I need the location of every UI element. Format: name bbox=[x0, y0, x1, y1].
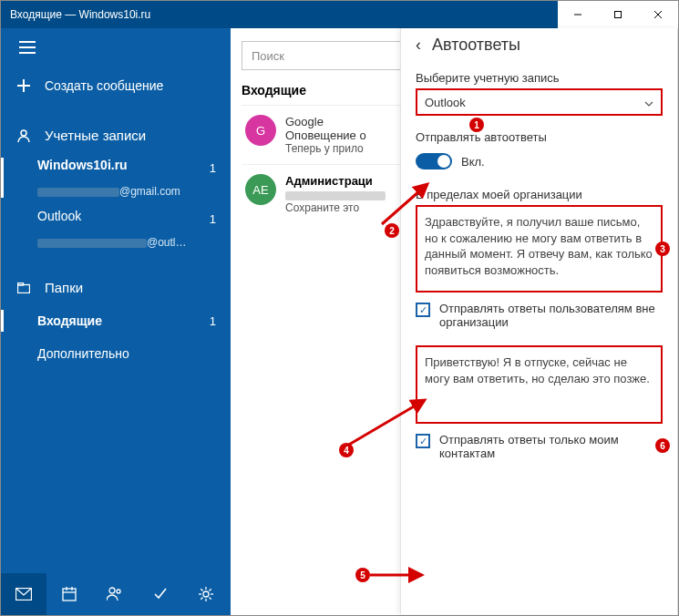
mail-icon bbox=[15, 588, 32, 601]
account-select-value: Outlook bbox=[425, 96, 466, 109]
outside-org-textarea[interactable]: Приветствую! Я в отпуске, сейчас не могу… bbox=[416, 345, 663, 424]
maximize-button[interactable] bbox=[598, 1, 638, 28]
folder-label: Дополнительно bbox=[37, 346, 129, 361]
message-from: Администраци bbox=[285, 174, 386, 188]
svg-point-17 bbox=[109, 588, 115, 593]
plus-icon bbox=[15, 79, 32, 92]
message-subject: Оповещение о bbox=[285, 128, 366, 142]
titlebar: Входящие — Windows10i.ru bbox=[1, 1, 678, 28]
inside-org-text: Здравствуйте, я получил ваше письмо, но … bbox=[425, 215, 653, 277]
svg-line-26 bbox=[210, 589, 211, 590]
search-placeholder: Поиск bbox=[252, 49, 284, 63]
annotation-marker-4: 4 bbox=[339, 443, 354, 457]
window-controls bbox=[558, 1, 678, 28]
svg-rect-11 bbox=[18, 282, 24, 285]
check-icon bbox=[153, 587, 168, 601]
outside-org-checkbox-label: Отправлять ответы пользователям вне орга… bbox=[439, 302, 663, 329]
svg-line-25 bbox=[210, 598, 211, 600]
svg-rect-13 bbox=[63, 589, 76, 601]
outside-org-checkbox-row: ✓ Отправлять ответы пользователям вне ор… bbox=[416, 302, 663, 329]
app-window: Входящие — Windows10i.ru Создать сообщен… bbox=[0, 0, 679, 616]
sidebar-account-outlook[interactable]: Outlook @outl… 1 bbox=[1, 203, 231, 254]
hamburger-icon bbox=[19, 41, 36, 56]
panel-header: ‹ Автоответы bbox=[416, 36, 663, 55]
nav-todo-button[interactable] bbox=[138, 573, 183, 615]
account-email: @outl… bbox=[37, 236, 187, 249]
accounts-header-label: Учетные записи bbox=[45, 128, 146, 143]
message-preview: Сохраните это bbox=[285, 201, 386, 214]
calendar-icon bbox=[62, 587, 77, 601]
only-contacts-checkbox-row: ✓ Отправлять ответы только моим контакта… bbox=[416, 433, 663, 460]
svg-line-27 bbox=[201, 598, 202, 600]
account-name: Outlook bbox=[37, 209, 81, 223]
only-contacts-checkbox-label: Отправлять ответы только моим контактам bbox=[439, 433, 663, 460]
nav-settings-button[interactable] bbox=[183, 573, 229, 615]
nav-calendar-button[interactable] bbox=[46, 573, 92, 615]
panel-title: Автоответы bbox=[432, 36, 520, 55]
minimize-button[interactable] bbox=[558, 1, 598, 28]
message-lines: Google Оповещение о Теперь у прило bbox=[285, 115, 366, 155]
inside-org-header: В пределах моей организации bbox=[416, 188, 663, 201]
sidebar-folder-inbox[interactable]: Входящие 1 bbox=[1, 304, 231, 337]
inside-org-textarea[interactable]: Здравствуйте, я получил ваше письмо, но … bbox=[416, 205, 663, 293]
folder-icon bbox=[15, 282, 32, 293]
account-select[interactable]: Outlook bbox=[416, 88, 663, 116]
only-contacts-checkbox[interactable]: ✓ bbox=[416, 434, 430, 448]
person-icon bbox=[15, 129, 32, 142]
annotation-marker-3: 3 bbox=[655, 241, 670, 256]
chevron-down-icon bbox=[644, 96, 653, 109]
avatar: G bbox=[245, 115, 276, 146]
nav-people-button[interactable] bbox=[92, 573, 138, 615]
outside-org-checkbox[interactable]: ✓ bbox=[416, 303, 430, 317]
send-autoreply-label: Отправлять автоответы bbox=[416, 130, 663, 144]
back-icon[interactable]: ‹ bbox=[416, 36, 421, 55]
message-from: Google bbox=[285, 115, 366, 128]
gear-icon bbox=[199, 587, 213, 601]
send-autoreply-toggle-row: Вкл. bbox=[416, 153, 663, 169]
svg-point-9 bbox=[21, 130, 26, 136]
avatar: АЕ bbox=[245, 174, 276, 205]
annotation-marker-1: 1 bbox=[469, 118, 484, 132]
message-subject bbox=[285, 188, 386, 201]
close-button[interactable] bbox=[638, 1, 678, 28]
svg-point-19 bbox=[203, 591, 209, 597]
folders-section-header[interactable]: Папки bbox=[1, 271, 231, 304]
accounts-section-header[interactable]: Учетные записи bbox=[1, 118, 231, 152]
outside-org-text: Приветствую! Я в отпуске, сейчас не могу… bbox=[425, 355, 650, 385]
account-unread-count: 1 bbox=[210, 212, 216, 226]
compose-button[interactable]: Создать сообщение bbox=[1, 69, 231, 102]
svg-rect-1 bbox=[615, 12, 622, 18]
compose-label: Создать сообщение bbox=[45, 78, 163, 93]
check-icon: ✓ bbox=[419, 305, 427, 315]
check-icon: ✓ bbox=[419, 436, 427, 447]
toggle-state-label: Вкл. bbox=[461, 155, 485, 169]
window-title: Входящие — Windows10i.ru bbox=[1, 8, 558, 21]
message-preview: Теперь у прило bbox=[285, 142, 366, 155]
nav-mail-button[interactable] bbox=[1, 573, 46, 615]
svg-point-18 bbox=[117, 590, 120, 593]
annotation-marker-6: 6 bbox=[655, 438, 670, 453]
account-name: Windows10i.ru bbox=[37, 158, 128, 172]
account-unread-count: 1 bbox=[210, 161, 216, 175]
folder-label: Входящие bbox=[37, 313, 102, 328]
sidebar: Создать сообщение Учетные записи Windows… bbox=[1, 28, 231, 615]
sidebar-folder-more[interactable]: Дополнительно bbox=[1, 337, 231, 370]
message-lines: Администраци Сохраните это bbox=[285, 174, 386, 214]
sidebar-account-gmail[interactable]: Windows10i.ru @gmail.com 1 bbox=[1, 152, 231, 203]
account-email: @gmail.com bbox=[37, 185, 180, 198]
people-icon bbox=[107, 587, 123, 601]
annotation-marker-2: 2 bbox=[385, 223, 399, 238]
account-select-label: Выберите учетную запись bbox=[416, 71, 663, 85]
autoreply-panel: ‹ Автоответы Выберите учетную запись Out… bbox=[400, 28, 677, 614]
annotation-marker-5: 5 bbox=[355, 568, 370, 582]
svg-rect-10 bbox=[18, 284, 30, 293]
folders-header-label: Папки bbox=[45, 280, 83, 295]
svg-line-24 bbox=[201, 589, 202, 590]
send-autoreply-toggle[interactable] bbox=[416, 153, 452, 169]
folder-count: 1 bbox=[210, 314, 216, 328]
sidebar-bottom-nav bbox=[1, 573, 231, 615]
hamburger-button[interactable] bbox=[1, 28, 231, 69]
